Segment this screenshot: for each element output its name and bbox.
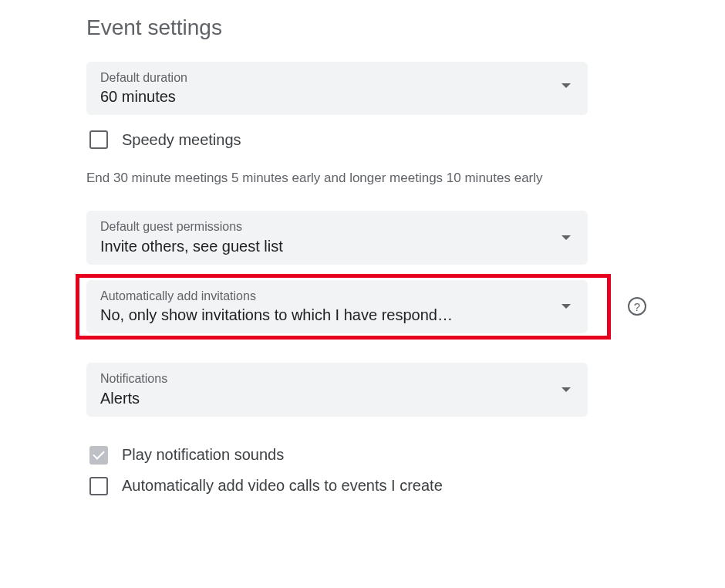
chevron-down-icon: [561, 83, 571, 88]
notifications-dropdown[interactable]: Notifications Alerts: [86, 363, 588, 416]
auto-video-label: Automatically add video calls to events …: [122, 477, 443, 495]
guest-permissions-dropdown[interactable]: Default guest permissions Invite others,…: [86, 211, 588, 264]
auto-invitations-value: No, only show invitations to which I hav…: [100, 306, 551, 324]
default-duration-dropdown[interactable]: Default duration 60 minutes: [86, 62, 588, 115]
help-icon[interactable]: ?: [628, 297, 646, 316]
auto-invitations-dropdown[interactable]: Automatically add invitations No, only s…: [86, 280, 588, 333]
event-settings-title: Event settings: [86, 15, 725, 40]
guest-permissions-label: Default guest permissions: [100, 218, 551, 235]
speedy-meetings-label: Speedy meetings: [122, 131, 241, 149]
auto-video-checkbox[interactable]: [89, 477, 108, 495]
auto-invitations-label: Automatically add invitations: [100, 288, 551, 305]
default-duration-label: Default duration: [100, 69, 551, 86]
guest-permissions-value: Invite others, see guest list: [100, 238, 551, 255]
chevron-down-icon: [561, 387, 571, 392]
chevron-down-icon: [561, 235, 571, 240]
chevron-down-icon: [561, 304, 571, 309]
notifications-value: Alerts: [100, 390, 551, 407]
speedy-meetings-checkbox[interactable]: [89, 130, 108, 149]
notifications-label: Notifications: [100, 370, 551, 387]
default-duration-value: 60 minutes: [100, 88, 551, 106]
play-sounds-label: Play notification sounds: [122, 446, 284, 464]
speedy-meetings-helper: End 30 minute meetings 5 minutes early a…: [86, 171, 611, 186]
play-sounds-checkbox[interactable]: [89, 446, 108, 465]
